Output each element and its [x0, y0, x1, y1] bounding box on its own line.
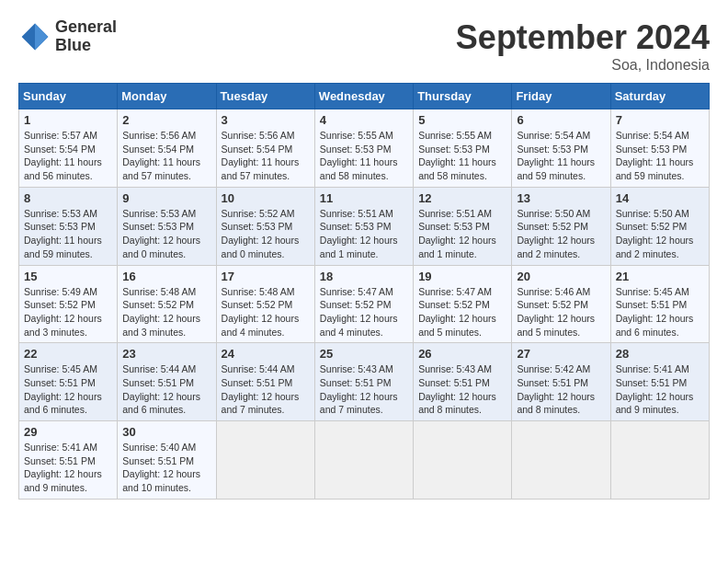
day-info: Sunrise: 5:47 AMSunset: 5:52 PMDaylight:… [320, 285, 408, 339]
day-info: Sunrise: 5:41 AMSunset: 5:51 PMDaylight:… [616, 362, 704, 417]
day-info: Sunrise: 5:54 AMSunset: 5:53 PMDaylight:… [616, 129, 704, 183]
calendar-day: 30Sunrise: 5:40 AMSunset: 5:51 PMDayligh… [118, 421, 216, 500]
calendar-day: 11Sunrise: 5:51 AMSunset: 5:53 PMDayligh… [314, 187, 413, 265]
calendar-day: 1Sunrise: 5:57 AMSunset: 5:54 PMDaylight… [19, 109, 118, 188]
calendar-day: 21Sunrise: 5:45 AMSunset: 5:51 PMDayligh… [610, 265, 709, 343]
calendar-day: 8Sunrise: 5:53 AMSunset: 5:53 PMDaylight… [19, 187, 118, 265]
calendar-day: 4Sunrise: 5:55 AMSunset: 5:53 PMDaylight… [314, 109, 413, 188]
calendar-day: 13Sunrise: 5:50 AMSunset: 5:52 PMDayligh… [512, 187, 610, 265]
day-info: Sunrise: 5:48 AMSunset: 5:52 PMDaylight:… [222, 285, 310, 339]
calendar-day: 29Sunrise: 5:41 AMSunset: 5:51 PMDayligh… [19, 421, 118, 500]
day-number: 4 [320, 113, 408, 127]
day-info: Sunrise: 5:48 AMSunset: 5:52 PMDaylight:… [122, 285, 210, 339]
day-number: 24 [222, 347, 310, 361]
day-number: 7 [616, 113, 704, 127]
day-info: Sunrise: 5:55 AMSunset: 5:53 PMDaylight:… [418, 129, 506, 183]
calendar-table: SundayMondayTuesdayWednesdayThursdayFrid… [18, 83, 710, 500]
day-info: Sunrise: 5:57 AMSunset: 5:54 PMDaylight:… [24, 129, 112, 183]
day-number: 10 [222, 191, 310, 205]
calendar-day: 23Sunrise: 5:44 AMSunset: 5:51 PMDayligh… [118, 343, 216, 421]
day-info: Sunrise: 5:56 AMSunset: 5:54 PMDaylight:… [122, 129, 210, 183]
logo: General Blue [18, 18, 117, 55]
day-info: Sunrise: 5:55 AMSunset: 5:53 PMDaylight:… [320, 129, 408, 183]
month-title: September 2024 [456, 18, 710, 57]
calendar-day: 26Sunrise: 5:43 AMSunset: 5:51 PMDayligh… [414, 343, 512, 421]
day-number: 20 [517, 270, 605, 283]
day-info: Sunrise: 5:40 AMSunset: 5:51 PMDaylight:… [122, 441, 210, 495]
day-number: 21 [616, 270, 704, 283]
day-info: Sunrise: 5:51 AMSunset: 5:53 PMDaylight:… [320, 207, 408, 261]
day-info: Sunrise: 5:50 AMSunset: 5:52 PMDaylight:… [517, 207, 605, 261]
day-info: Sunrise: 5:45 AMSunset: 5:51 PMDaylight:… [616, 285, 704, 339]
calendar-header: SundayMondayTuesdayWednesdayThursdayFrid… [19, 84, 710, 109]
header-day: Saturday [610, 84, 709, 109]
calendar-day: 20Sunrise: 5:46 AMSunset: 5:52 PMDayligh… [512, 265, 610, 343]
day-info: Sunrise: 5:42 AMSunset: 5:51 PMDaylight:… [517, 362, 605, 417]
day-info: Sunrise: 5:44 AMSunset: 5:51 PMDaylight:… [122, 362, 210, 417]
day-info: Sunrise: 5:46 AMSunset: 5:52 PMDaylight:… [517, 285, 605, 339]
calendar-day: 28Sunrise: 5:41 AMSunset: 5:51 PMDayligh… [610, 343, 709, 421]
day-number: 13 [517, 191, 605, 205]
calendar-day [512, 421, 610, 500]
header-row: SundayMondayTuesdayWednesdayThursdayFrid… [19, 84, 710, 109]
calendar-week: 15Sunrise: 5:49 AMSunset: 5:52 PMDayligh… [19, 265, 710, 343]
day-info: Sunrise: 5:43 AMSunset: 5:51 PMDaylight:… [320, 362, 408, 417]
page-header: General Blue September 2024 Soa, Indones… [18, 18, 710, 74]
day-info: Sunrise: 5:49 AMSunset: 5:52 PMDaylight:… [24, 285, 112, 339]
calendar-day: 17Sunrise: 5:48 AMSunset: 5:52 PMDayligh… [216, 265, 314, 343]
day-number: 22 [24, 347, 112, 361]
calendar-day: 12Sunrise: 5:51 AMSunset: 5:53 PMDayligh… [414, 187, 512, 265]
day-number: 26 [418, 347, 506, 361]
day-info: Sunrise: 5:53 AMSunset: 5:53 PMDaylight:… [122, 207, 210, 261]
logo-icon [18, 20, 51, 53]
header-day: Monday [118, 84, 216, 109]
calendar-week: 22Sunrise: 5:45 AMSunset: 5:51 PMDayligh… [19, 343, 710, 421]
calendar-day: 3Sunrise: 5:56 AMSunset: 5:54 PMDaylight… [216, 109, 314, 188]
day-number: 2 [122, 113, 210, 127]
day-info: Sunrise: 5:44 AMSunset: 5:51 PMDaylight:… [222, 362, 310, 417]
day-number: 23 [122, 347, 210, 361]
day-info: Sunrise: 5:53 AMSunset: 5:53 PMDaylight:… [24, 207, 112, 261]
calendar-day: 25Sunrise: 5:43 AMSunset: 5:51 PMDayligh… [314, 343, 413, 421]
calendar-day: 15Sunrise: 5:49 AMSunset: 5:52 PMDayligh… [19, 265, 118, 343]
day-info: Sunrise: 5:45 AMSunset: 5:51 PMDaylight:… [24, 362, 112, 417]
day-number: 27 [517, 347, 605, 361]
day-number: 11 [320, 191, 408, 205]
day-number: 6 [517, 113, 605, 127]
header-day: Sunday [19, 84, 118, 109]
calendar-day: 14Sunrise: 5:50 AMSunset: 5:52 PMDayligh… [610, 187, 709, 265]
calendar-day: 10Sunrise: 5:52 AMSunset: 5:53 PMDayligh… [216, 187, 314, 265]
day-number: 15 [24, 270, 112, 283]
day-number: 29 [24, 425, 112, 439]
calendar-body: 1Sunrise: 5:57 AMSunset: 5:54 PMDaylight… [19, 109, 710, 500]
header-day: Thursday [414, 84, 512, 109]
calendar-day [414, 421, 512, 500]
day-number: 8 [24, 191, 112, 205]
calendar-day: 27Sunrise: 5:42 AMSunset: 5:51 PMDayligh… [512, 343, 610, 421]
day-info: Sunrise: 5:54 AMSunset: 5:53 PMDaylight:… [517, 129, 605, 183]
header-day: Tuesday [216, 84, 314, 109]
day-info: Sunrise: 5:51 AMSunset: 5:53 PMDaylight:… [418, 207, 506, 261]
calendar-day: 6Sunrise: 5:54 AMSunset: 5:53 PMDaylight… [512, 109, 610, 188]
calendar-day [216, 421, 314, 500]
day-info: Sunrise: 5:56 AMSunset: 5:54 PMDaylight:… [222, 129, 310, 183]
calendar-day [610, 421, 709, 500]
title-block: September 2024 Soa, Indonesia [456, 18, 710, 74]
calendar-day: 2Sunrise: 5:56 AMSunset: 5:54 PMDaylight… [118, 109, 216, 188]
calendar-week: 1Sunrise: 5:57 AMSunset: 5:54 PMDaylight… [19, 109, 710, 188]
day-number: 1 [24, 113, 112, 127]
day-info: Sunrise: 5:41 AMSunset: 5:51 PMDaylight:… [24, 441, 112, 495]
svg-marker-1 [35, 23, 48, 50]
calendar-day [314, 421, 413, 500]
day-info: Sunrise: 5:52 AMSunset: 5:53 PMDaylight:… [222, 207, 310, 261]
calendar-day: 18Sunrise: 5:47 AMSunset: 5:52 PMDayligh… [314, 265, 413, 343]
day-info: Sunrise: 5:47 AMSunset: 5:52 PMDaylight:… [418, 285, 506, 339]
calendar-day: 9Sunrise: 5:53 AMSunset: 5:53 PMDaylight… [118, 187, 216, 265]
day-info: Sunrise: 5:43 AMSunset: 5:51 PMDaylight:… [418, 362, 506, 417]
day-number: 19 [418, 270, 506, 283]
calendar-day: 5Sunrise: 5:55 AMSunset: 5:53 PMDaylight… [414, 109, 512, 188]
day-number: 16 [122, 270, 210, 283]
header-day: Friday [512, 84, 610, 109]
day-number: 12 [418, 191, 506, 205]
day-number: 25 [320, 347, 408, 361]
